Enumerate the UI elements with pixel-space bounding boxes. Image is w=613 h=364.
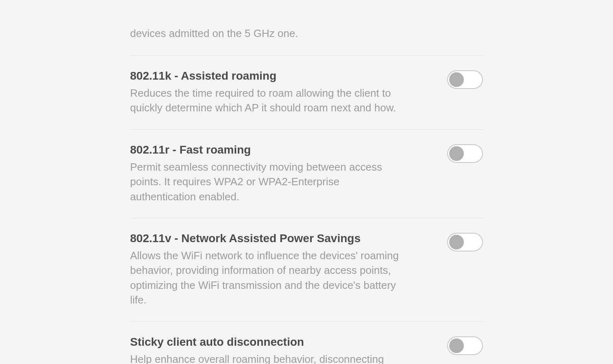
setting-description: Permit seamless connectivity moving betw… xyxy=(130,160,406,204)
setting-description: Help enhance overall roaming behavior, d… xyxy=(130,352,406,364)
setting-title: 802.11v - Network Assisted Power Savings xyxy=(130,232,406,245)
toggle-knob xyxy=(449,338,464,353)
setting-description: Allows the WiFi network to influence the… xyxy=(130,248,406,308)
setting-description: Reduces the time required to roam allowi… xyxy=(130,86,406,115)
setting-row-fast-roaming: 802.11r - Fast roaming Permit seamless c… xyxy=(130,130,483,218)
setting-text: 802.11v - Network Assisted Power Savings… xyxy=(130,232,423,308)
partial-previous-row: devices admitted on the 5 GHz one. xyxy=(130,0,483,55)
setting-row-assisted-roaming: 802.11k - Assisted roaming Reduces the t… xyxy=(130,56,483,129)
setting-text: Sticky client auto disconnection Help en… xyxy=(130,336,423,364)
setting-title: Sticky client auto disconnection xyxy=(130,336,406,349)
setting-text: 802.11r - Fast roaming Permit seamless c… xyxy=(130,143,423,204)
setting-title: 802.11k - Assisted roaming xyxy=(130,69,406,82)
setting-text: 802.11k - Assisted roaming Reduces the t… xyxy=(130,69,423,115)
toggle-power-savings[interactable] xyxy=(447,233,483,251)
toggle-assisted-roaming[interactable] xyxy=(447,70,483,89)
toggle-fast-roaming[interactable] xyxy=(447,144,483,163)
setting-row-sticky-client: Sticky client auto disconnection Help en… xyxy=(130,322,483,364)
toggle-knob xyxy=(449,146,464,161)
toggle-knob xyxy=(449,72,464,87)
partial-description-text: devices admitted on the 5 GHz one. xyxy=(130,26,298,41)
settings-container: devices admitted on the 5 GHz one. 802.1… xyxy=(130,0,483,364)
setting-row-power-savings: 802.11v - Network Assisted Power Savings… xyxy=(130,218,483,321)
setting-title: 802.11r - Fast roaming xyxy=(130,143,406,156)
toggle-sticky-client[interactable] xyxy=(447,336,483,355)
toggle-knob xyxy=(449,235,464,249)
